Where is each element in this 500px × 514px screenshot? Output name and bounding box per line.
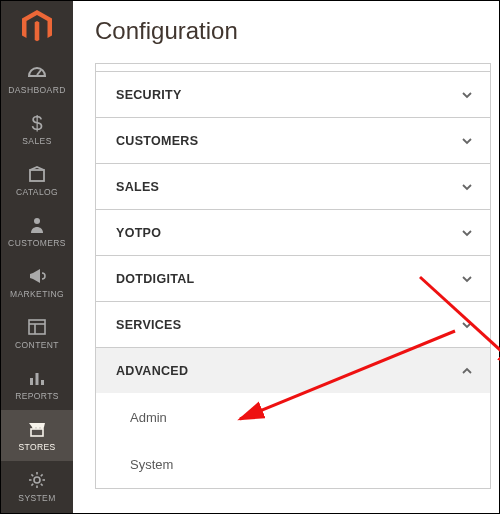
- gear-icon: [28, 470, 46, 490]
- page-title: Configuration: [73, 1, 499, 63]
- chevron-down-icon: [460, 318, 474, 332]
- subsection-label: Admin: [130, 410, 167, 425]
- svg-rect-9: [31, 429, 43, 436]
- advanced-children: Admin System: [95, 393, 491, 489]
- svg-rect-1: [30, 170, 44, 181]
- admin-nav: DASHBOARD $ SALES CATALOG CUSTOMERS MARK…: [1, 53, 73, 513]
- svg-line-0: [37, 70, 41, 75]
- svg-rect-8: [41, 380, 44, 385]
- bars-icon: [28, 368, 46, 388]
- nav-item-catalog[interactable]: CATALOG: [1, 155, 73, 206]
- nav-label: CUSTOMERS: [8, 238, 66, 248]
- storefront-icon: [27, 419, 47, 439]
- chevron-down-icon: [460, 134, 474, 148]
- svg-line-17: [41, 474, 43, 476]
- chevron-up-icon: [460, 364, 474, 378]
- nav-item-system[interactable]: SYSTEM: [1, 461, 73, 512]
- section-yotpo[interactable]: YOTPO: [95, 209, 491, 255]
- svg-rect-7: [36, 373, 39, 385]
- nav-item-reports[interactable]: REPORTS: [1, 359, 73, 410]
- main-content: Configuration SECURITY CUSTOMERS SALES Y…: [73, 1, 499, 513]
- nav-label: DASHBOARD: [8, 85, 65, 95]
- nav-label: SYSTEM: [18, 493, 55, 503]
- dollar-icon: $: [31, 113, 42, 133]
- nav-label: STORES: [18, 442, 55, 452]
- section-advanced[interactable]: ADVANCED: [95, 347, 491, 393]
- svg-rect-6: [30, 378, 33, 385]
- section-services[interactable]: SERVICES: [95, 301, 491, 347]
- nav-label: MARKETING: [10, 289, 64, 299]
- admin-sidebar: DASHBOARD $ SALES CATALOG CUSTOMERS MARK…: [1, 1, 73, 513]
- chevron-down-icon: [460, 226, 474, 240]
- layout-icon: [28, 317, 46, 337]
- nav-label: CONTENT: [15, 340, 59, 350]
- nav-item-marketing[interactable]: MARKETING: [1, 257, 73, 308]
- gauge-icon: [27, 62, 47, 82]
- section-prev-edge: [95, 63, 491, 71]
- nav-item-dashboard[interactable]: DASHBOARD: [1, 53, 73, 104]
- svg-rect-3: [29, 320, 45, 334]
- chevron-down-icon: [460, 180, 474, 194]
- section-title: YOTPO: [116, 226, 161, 240]
- section-security[interactable]: SECURITY: [95, 71, 491, 117]
- nav-label: SALES: [22, 136, 51, 146]
- section-title: DOTDIGITAL: [116, 272, 194, 286]
- svg-line-16: [41, 484, 43, 486]
- subsection-system[interactable]: System: [96, 441, 490, 489]
- section-title: SALES: [116, 180, 159, 194]
- section-dotdigital[interactable]: DOTDIGITAL: [95, 255, 491, 301]
- svg-line-15: [31, 474, 33, 476]
- nav-label: CATALOG: [16, 187, 58, 197]
- section-customers[interactable]: CUSTOMERS: [95, 117, 491, 163]
- brand-logo: [1, 1, 73, 53]
- person-icon: [29, 215, 45, 235]
- nav-item-content[interactable]: CONTENT: [1, 308, 73, 359]
- section-title: ADVANCED: [116, 364, 188, 378]
- box-icon: [28, 164, 46, 184]
- nav-item-customers[interactable]: CUSTOMERS: [1, 206, 73, 257]
- megaphone-icon: [27, 266, 47, 286]
- section-title: SERVICES: [116, 318, 181, 332]
- svg-line-18: [31, 484, 33, 486]
- subsection-admin[interactable]: Admin: [96, 393, 490, 441]
- svg-point-2: [34, 218, 40, 224]
- svg-point-10: [34, 477, 40, 483]
- chevron-down-icon: [460, 272, 474, 286]
- nav-item-sales[interactable]: $ SALES: [1, 104, 73, 155]
- config-accordion: SECURITY CUSTOMERS SALES YOTPO DOTDIGITA…: [95, 63, 491, 489]
- nav-item-stores[interactable]: STORES: [1, 410, 73, 461]
- section-title: CUSTOMERS: [116, 134, 198, 148]
- chevron-down-icon: [460, 88, 474, 102]
- subsection-label: System: [130, 457, 173, 472]
- section-title: SECURITY: [116, 88, 182, 102]
- section-sales[interactable]: SALES: [95, 163, 491, 209]
- nav-label: REPORTS: [15, 391, 59, 401]
